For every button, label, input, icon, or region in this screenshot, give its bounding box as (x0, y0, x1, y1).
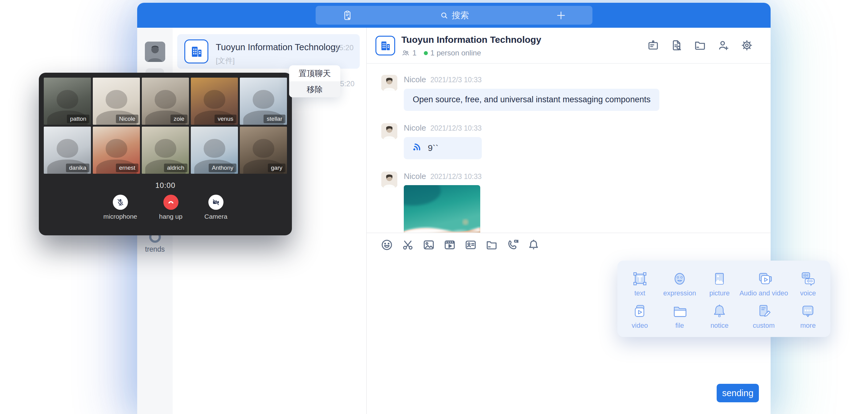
image-attachment[interactable] (404, 185, 480, 232)
participant-tile[interactable]: stellar (240, 77, 287, 125)
message-time: 2021/12/3 10:33 (430, 172, 482, 181)
screen: 搜索 trends (0, 0, 868, 414)
message-type-panel: textexpressionpictureAudio and videovoic… (617, 261, 830, 337)
file-icon (671, 302, 688, 320)
my-avatar[interactable] (145, 41, 165, 62)
panel-item-more[interactable]: more (788, 300, 828, 332)
voice-message-bubble[interactable]: 9`` (404, 137, 482, 159)
video-icon (631, 302, 649, 320)
add-member-icon[interactable] (717, 39, 730, 52)
top-bar: 搜索 (137, 3, 771, 28)
participant-tile[interactable]: aldrich (142, 127, 189, 174)
conversation-title: Tuoyun Information Technology (216, 42, 340, 52)
message-bubble[interactable]: Open source, free, and universal instant… (404, 89, 659, 111)
panel-item-text[interactable]: text (620, 267, 660, 300)
participant-silhouette (252, 139, 274, 158)
group-notice-icon[interactable] (647, 39, 660, 52)
avatar[interactable] (381, 123, 397, 139)
contact-card-icon[interactable] (464, 238, 477, 251)
microphone-button[interactable] (113, 195, 128, 210)
hang-up-label: hang up (159, 213, 183, 220)
file-icon[interactable] (485, 238, 498, 251)
participant-tile[interactable]: zoie (142, 77, 189, 125)
emoji-icon[interactable] (380, 238, 393, 251)
participant-tile[interactable]: Anthony (191, 127, 238, 174)
video-icon[interactable] (443, 238, 456, 251)
chat-header-actions (647, 39, 753, 52)
panel-item-label: file (675, 322, 684, 329)
camera-button[interactable] (208, 195, 223, 210)
avatar[interactable] (381, 75, 397, 91)
participant-silhouette (154, 90, 176, 109)
panel-item-expression[interactable]: expression (660, 267, 700, 300)
panel-item-picture[interactable]: picture (700, 267, 740, 300)
message-time: 2021/12/3 10:33 (430, 76, 482, 84)
notice-icon (711, 302, 728, 320)
message-sender: Nicole (404, 171, 426, 181)
call-icon[interactable] (506, 238, 519, 251)
image-icon[interactable] (422, 238, 435, 251)
panel-item-audio-and-video[interactable]: Audio and video (740, 267, 788, 300)
notification-icon[interactable] (527, 238, 540, 251)
call-controls: microphone hang up (44, 195, 287, 220)
add-icon[interactable] (555, 10, 566, 21)
menu-item-remove[interactable]: 移除 (289, 81, 340, 97)
text-icon (631, 270, 649, 287)
participant-name: zoie (170, 115, 187, 123)
voice-wave-icon (411, 142, 423, 154)
panel-item-label: voice (800, 289, 816, 297)
conversation-preview: [文件] (216, 56, 235, 66)
group-avatar (184, 39, 208, 63)
participant-tile[interactable]: Nicole (93, 77, 140, 125)
panel-item-file[interactable]: file (660, 300, 700, 332)
search-bar[interactable]: 搜索 (316, 6, 592, 25)
microphone-label: microphone (103, 213, 137, 220)
participant-tile[interactable]: ernest (93, 127, 140, 174)
custom-icon (755, 302, 772, 320)
online-status: 1 person online (430, 49, 481, 57)
audio-video-icon (755, 270, 772, 287)
screenshot-icon[interactable] (401, 238, 414, 251)
more-icon (799, 302, 816, 320)
camera-label: Camera (204, 213, 227, 220)
chat-history-search-icon[interactable] (670, 39, 683, 52)
member-count: 1 (412, 49, 416, 57)
voice-duration: 9`` (428, 143, 438, 153)
participant-name: ernest (116, 164, 138, 172)
conversation-item-selected[interactable]: Tuoyun Information Technology [文件] 15:20 (177, 34, 360, 69)
search-icon (439, 11, 449, 20)
settings-icon[interactable] (740, 39, 753, 52)
video-call-window: pattonNicolezoievenusstellardanikaernest… (39, 73, 292, 235)
call-list-icon[interactable] (342, 9, 353, 21)
search-field[interactable]: 搜索 (439, 9, 469, 21)
group-files-icon[interactable] (693, 39, 707, 52)
panel-item-video[interactable]: video (620, 300, 660, 332)
participant-grid: pattonNicolezoievenusstellardanikaernest… (44, 77, 287, 174)
avatar[interactable] (381, 171, 397, 188)
participant-tile[interactable]: danika (44, 127, 91, 174)
conversation-time: 15:20 (335, 43, 353, 52)
panel-item-label: text (634, 289, 645, 297)
online-dot (424, 51, 428, 55)
participant-tile[interactable]: patton (44, 77, 91, 125)
hang-up-button[interactable] (163, 195, 179, 210)
message-sender: Nicole (404, 75, 426, 85)
members-icon (401, 49, 410, 57)
picture-icon (711, 270, 728, 287)
participant-name: Nicole (116, 115, 138, 123)
camera-off-icon (212, 198, 220, 207)
expression-icon (671, 270, 688, 287)
panel-item-voice[interactable]: voice (788, 267, 828, 300)
conversation-context-menu: 置顶聊天 移除 (289, 65, 340, 97)
participant-tile[interactable]: venus (191, 77, 238, 125)
participant-silhouette (252, 90, 274, 109)
message-list: Nicole 2021/12/3 10:33 Open source, free… (367, 64, 771, 232)
panel-item-custom[interactable]: custom (740, 300, 788, 332)
panel-item-label: more (800, 322, 815, 329)
chat-header: Tuoyun Information Technology 1 1 person… (367, 28, 771, 64)
menu-item-pin-chat[interactable]: 置顶聊天 (289, 65, 340, 81)
send-button[interactable]: sending (717, 384, 759, 402)
trends-label: trends (137, 245, 173, 254)
participant-tile[interactable]: gary (240, 127, 287, 174)
panel-item-notice[interactable]: notice (700, 300, 740, 332)
